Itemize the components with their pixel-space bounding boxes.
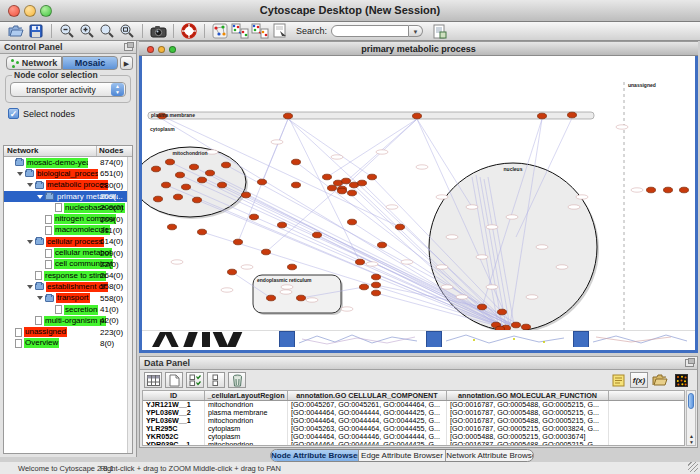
layout-edges-icon[interactable] xyxy=(250,23,270,40)
tree-row[interactable]: response to stimulu264(0) xyxy=(4,270,132,281)
float-panel-icon[interactable] xyxy=(124,43,133,51)
expand-arrow-icon[interactable] xyxy=(27,240,33,244)
tree-row[interactable]: primary metabolic209(... xyxy=(4,191,132,202)
snapshot-icon[interactable] xyxy=(148,23,168,40)
tab-mosaic-label: Mosaic xyxy=(75,58,106,68)
scrollbar-arrows[interactable]: ▲▼ xyxy=(687,433,696,445)
toolbar-separator xyxy=(142,24,143,38)
clipped-label-glyph xyxy=(213,332,229,347)
zoom-out-icon[interactable] xyxy=(57,23,77,40)
tree-row[interactable]: cellular process614(0) xyxy=(4,236,132,247)
tab-network[interactable]: Network xyxy=(6,56,62,70)
network-canvas[interactable]: plasma membranecytoplasmmitochondrionnuc… xyxy=(142,57,695,330)
tab-overflow-button[interactable]: ▶ xyxy=(120,56,133,70)
tab-mosaic[interactable]: Mosaic xyxy=(62,56,118,70)
heatmap-icon[interactable] xyxy=(672,372,690,388)
application-window: Cytoscape Desktop (New Session) xyxy=(0,0,700,474)
svg-text:nucleus: nucleus xyxy=(504,166,523,172)
table-row[interactable]: YDR039C__1mitochondrion[GO:0044464, GO:0… xyxy=(143,441,684,446)
control-panel-title: Control Panel xyxy=(4,42,63,52)
tree-row-count: 311(0) xyxy=(100,226,123,235)
select-attributes-icon[interactable] xyxy=(186,372,204,388)
tree-row[interactable]: metabolic process280(0) xyxy=(4,180,132,191)
zoom-selected-icon[interactable] xyxy=(97,23,117,40)
network-overview-icon[interactable] xyxy=(210,23,230,40)
node-color-dropdown[interactable]: transporter activity ▲▼ xyxy=(10,82,126,97)
table-row[interactable]: YLR295Ccytoplasm[GO:0045263, GO:0044464,… xyxy=(143,425,684,433)
background-window-edge[interactable] xyxy=(279,331,295,347)
float-panel-icon[interactable] xyxy=(685,359,694,367)
new-attribute-icon[interactable] xyxy=(165,372,183,388)
table-row[interactable]: YJR121W__1mitochondrion[GO:0045267, GO:0… xyxy=(143,401,684,409)
expand-arrow-icon[interactable] xyxy=(37,296,43,300)
expand-arrow-icon[interactable] xyxy=(37,195,43,199)
annotation-icon[interactable] xyxy=(270,23,290,40)
resize-grip[interactable] xyxy=(688,462,698,472)
tree-row[interactable]: cellular metabol209(0) xyxy=(4,247,132,258)
layout-nodes-icon[interactable] xyxy=(230,23,250,40)
table-icon[interactable] xyxy=(144,372,162,388)
toolbar-separator xyxy=(173,24,174,38)
function-builder-icon[interactable]: f(x) xyxy=(630,372,648,388)
table-column-header[interactable]: annotation.GO CELLULAR_COMPONENT xyxy=(288,391,447,400)
tree-row[interactable]: nitrogen compou209(0) xyxy=(4,213,132,224)
tree-row[interactable]: mosaic-demo-yeast874(0) xyxy=(4,157,132,168)
table-scrollbar[interactable]: ▲▼ xyxy=(686,390,696,446)
table-scrollbar-thumb[interactable] xyxy=(688,393,694,409)
clipped-label-glyph xyxy=(202,332,210,347)
tree-row[interactable]: Overview8(0) xyxy=(4,338,132,349)
tree-row[interactable]: establishment of lo558(0) xyxy=(4,281,132,292)
data-panel-title: Data Panel xyxy=(144,358,190,368)
tree-row[interactable]: cell communicat22(0) xyxy=(4,259,132,270)
tree-row-count: 8(0) xyxy=(100,339,114,348)
select-nodes-row: ✓ Select nodes xyxy=(0,103,136,123)
table-column-header[interactable]: ID xyxy=(143,391,205,400)
tab-network-attribute-browser[interactable]: Network Attribute Browser xyxy=(446,450,533,461)
tree-row-count: 614(0) xyxy=(100,237,123,246)
tree-scrollbar[interactable] xyxy=(127,157,132,453)
zoom-in-icon[interactable] xyxy=(77,23,97,40)
background-window-edge[interactable] xyxy=(426,331,442,347)
file-icon xyxy=(55,305,62,314)
notes-icon[interactable] xyxy=(609,372,627,388)
table-cell: [GO:0016787, GO:0005488, GO:0005215, G..… xyxy=(447,441,609,446)
table-row[interactable]: YPL036W__1mitochondrion[GO:0044464, GO:0… xyxy=(143,417,684,425)
network-window-titlebar[interactable]: primary metabolic process xyxy=(139,41,698,56)
expand-arrow-icon[interactable] xyxy=(17,172,23,176)
tree-row[interactable]: nucleobase-cont209(0) xyxy=(4,202,132,213)
tab-edge-attribute-browser[interactable]: Edge Attribute Browser xyxy=(359,450,447,461)
import-table-icon[interactable] xyxy=(429,23,449,40)
tree-row[interactable]: multi-organism pro42(0) xyxy=(4,315,132,326)
save-icon[interactable] xyxy=(26,23,46,40)
tree-col-network: Network xyxy=(4,146,97,156)
file-icon xyxy=(55,203,62,212)
table-column-header[interactable]: _cellularLayoutRegion xyxy=(205,391,288,400)
search-dropdown-icon[interactable]: ▼ xyxy=(409,25,423,37)
open-folder-icon[interactable] xyxy=(651,372,669,388)
folder-icon xyxy=(45,295,54,302)
expand-arrow-icon[interactable] xyxy=(27,183,33,187)
zoom-fit-icon[interactable] xyxy=(117,23,137,40)
tree-row-count: 209(0) xyxy=(100,249,123,258)
help-icon[interactable] xyxy=(179,23,199,40)
background-window-edge[interactable] xyxy=(573,331,589,347)
tab-node-attribute-browser[interactable]: Node Attribute Browser xyxy=(271,450,359,461)
tree-row[interactable]: secretion41(0) xyxy=(4,304,132,315)
search-input[interactable] xyxy=(331,25,409,37)
tree-row[interactable]: unassigned223(0) xyxy=(4,326,132,337)
tree-row[interactable]: macromolecule311(0) xyxy=(4,225,132,236)
select-nodes-checkbox[interactable]: ✓ xyxy=(8,108,19,119)
status-zoom-hint: Right-click + drag to ZOOM xyxy=(100,464,191,473)
table-column-header[interactable]: annotation.GO MOLECULAR_FUNCTION xyxy=(447,391,609,400)
unselect-attributes-icon[interactable] xyxy=(207,372,225,388)
open-icon[interactable] xyxy=(6,23,26,40)
table-row[interactable]: YKR052Ccytoplasm[GO:0044464, GO:0044446,… xyxy=(143,433,684,441)
table-cell: mitochondrion xyxy=(205,401,288,409)
table-row[interactable]: YPL036W__2plasma membrane[GO:0044464, GO… xyxy=(143,409,684,417)
data-panel: Data Panel f(x) xyxy=(139,356,698,448)
expand-arrow-icon[interactable] xyxy=(27,285,33,289)
delete-attribute-icon[interactable] xyxy=(228,372,246,388)
tree-row[interactable]: transport558(0) xyxy=(4,293,132,304)
svg-text:plasma membrane: plasma membrane xyxy=(151,112,195,118)
tree-row[interactable]: biological_process651(0) xyxy=(4,168,132,179)
